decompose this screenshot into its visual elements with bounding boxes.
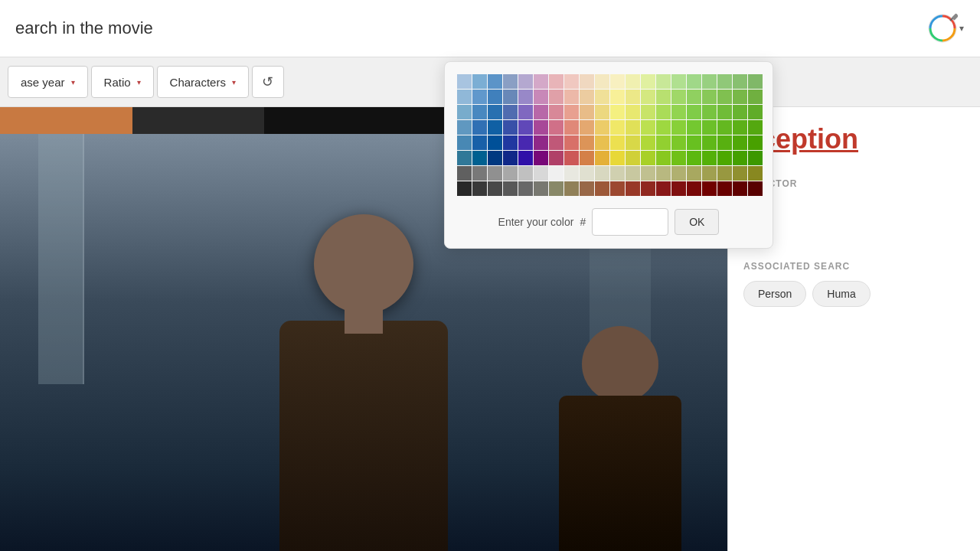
reset-button[interactable]: ↺	[252, 66, 284, 98]
color-cell[interactable]	[457, 90, 472, 104]
color-cell[interactable]	[488, 181, 502, 196]
color-cell[interactable]	[687, 105, 701, 119]
color-cell[interactable]	[518, 74, 533, 89]
color-cell[interactable]	[610, 120, 625, 135]
color-cell[interactable]	[580, 120, 594, 135]
color-cell[interactable]	[472, 151, 487, 165]
color-cell[interactable]	[503, 90, 518, 104]
color-cell[interactable]	[641, 135, 655, 150]
color-cell[interactable]	[488, 151, 502, 165]
color-cell[interactable]	[503, 181, 518, 196]
color-cell[interactable]	[518, 120, 533, 135]
color-cell[interactable]	[549, 181, 564, 196]
color-cell[interactable]	[656, 181, 671, 196]
release-year-filter[interactable]: ase year ▾	[8, 66, 88, 98]
color-cell[interactable]	[610, 151, 625, 165]
color-cell[interactable]	[534, 135, 548, 150]
color-cell[interactable]	[564, 105, 579, 119]
color-cell[interactable]	[671, 181, 686, 196]
color-cell[interactable]	[610, 90, 625, 104]
color-cell[interactable]	[671, 166, 686, 181]
color-cell[interactable]	[748, 166, 763, 181]
color-cell[interactable]	[656, 135, 671, 150]
color-cell[interactable]	[687, 166, 701, 181]
color-cell[interactable]	[518, 105, 533, 119]
color-cell[interactable]	[457, 74, 472, 89]
color-cell[interactable]	[595, 74, 609, 89]
color-cell[interactable]	[748, 120, 763, 135]
color-cell[interactable]	[702, 74, 717, 89]
color-tool-button[interactable]: ▾	[926, 9, 965, 47]
color-cell[interactable]	[457, 120, 472, 135]
color-cell[interactable]	[626, 151, 640, 165]
color-cell[interactable]	[472, 181, 487, 196]
color-cell[interactable]	[748, 181, 763, 196]
color-cell[interactable]	[733, 90, 747, 104]
color-cell[interactable]	[503, 166, 518, 181]
color-cell[interactable]	[702, 105, 717, 119]
color-cell[interactable]	[534, 181, 548, 196]
color-cell[interactable]	[534, 120, 548, 135]
color-cell[interactable]	[641, 105, 655, 119]
color-cell[interactable]	[626, 105, 640, 119]
color-cell[interactable]	[733, 105, 747, 119]
color-cell[interactable]	[748, 90, 763, 104]
color-cell[interactable]	[549, 151, 564, 165]
color-cell[interactable]	[748, 151, 763, 165]
color-cell[interactable]	[702, 135, 717, 150]
color-cell[interactable]	[656, 151, 671, 165]
color-cell[interactable]	[534, 166, 548, 181]
color-cell[interactable]	[595, 135, 609, 150]
color-cell[interactable]	[580, 166, 594, 181]
color-cell[interactable]	[457, 166, 472, 181]
color-cell[interactable]	[717, 166, 732, 181]
color-cell[interactable]	[488, 105, 502, 119]
color-cell[interactable]	[595, 181, 609, 196]
color-cell[interactable]	[641, 166, 655, 181]
color-cell[interactable]	[717, 151, 732, 165]
color-cell[interactable]	[687, 120, 701, 135]
color-cell[interactable]	[733, 135, 747, 150]
color-cell[interactable]	[656, 74, 671, 89]
color-cell[interactable]	[534, 90, 548, 104]
color-cell[interactable]	[702, 166, 717, 181]
color-cell[interactable]	[595, 166, 609, 181]
color-cell[interactable]	[457, 151, 472, 165]
color-cell[interactable]	[503, 120, 518, 135]
color-cell[interactable]	[580, 151, 594, 165]
color-cell[interactable]	[564, 181, 579, 196]
ratio-filter[interactable]: Ratio ▾	[91, 66, 154, 98]
color-cell[interactable]	[472, 90, 487, 104]
color-cell[interactable]	[626, 181, 640, 196]
color-cell[interactable]	[641, 151, 655, 165]
color-cell[interactable]	[457, 181, 472, 196]
color-cell[interactable]	[656, 105, 671, 119]
color-cell[interactable]	[687, 135, 701, 150]
color-cell[interactable]	[488, 135, 502, 150]
color-cell[interactable]	[549, 135, 564, 150]
color-cell[interactable]	[717, 90, 732, 104]
color-cell[interactable]	[549, 120, 564, 135]
color-cell[interactable]	[702, 151, 717, 165]
color-cell[interactable]	[534, 105, 548, 119]
color-cell[interactable]	[626, 120, 640, 135]
color-hex-input[interactable]	[592, 208, 668, 236]
color-cell[interactable]	[564, 120, 579, 135]
color-cell[interactable]	[488, 74, 502, 89]
color-cell[interactable]	[518, 151, 533, 165]
characters-filter[interactable]: Characters ▾	[157, 66, 249, 98]
color-cell[interactable]	[564, 166, 579, 181]
color-cell[interactable]	[687, 181, 701, 196]
color-cell[interactable]	[656, 166, 671, 181]
color-cell[interactable]	[687, 74, 701, 89]
color-cell[interactable]	[717, 74, 732, 89]
color-cell[interactable]	[626, 74, 640, 89]
color-cell[interactable]	[733, 120, 747, 135]
color-cell[interactable]	[626, 135, 640, 150]
color-cell[interactable]	[610, 181, 625, 196]
color-cell[interactable]	[503, 74, 518, 89]
color-cell[interactable]	[733, 166, 747, 181]
color-cell[interactable]	[472, 120, 487, 135]
color-cell[interactable]	[671, 135, 686, 150]
color-cell[interactable]	[733, 181, 747, 196]
